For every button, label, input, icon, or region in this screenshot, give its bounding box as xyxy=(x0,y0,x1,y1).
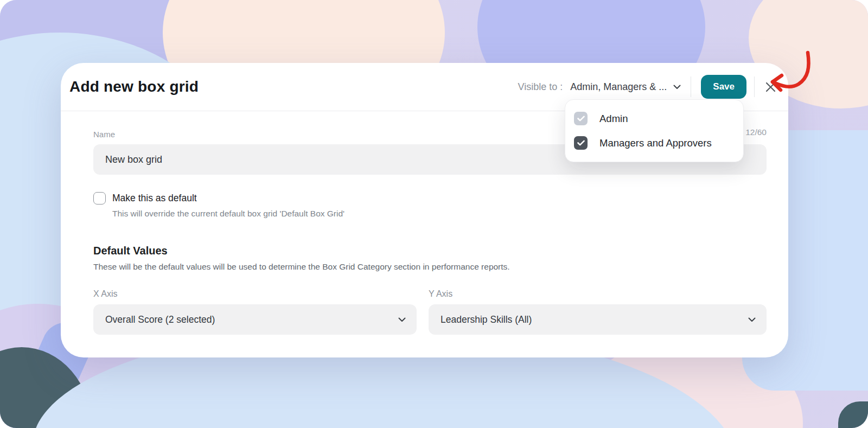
popup-option-admin[interactable]: Admin xyxy=(565,106,743,131)
axes-row: X Axis Overall Score (2 selected) Y Axis… xyxy=(93,289,767,335)
popup-option-label: Admin xyxy=(599,113,628,125)
default-values-description: These will be the default values will be… xyxy=(93,262,767,272)
make-default-helper: This will override the current default b… xyxy=(112,209,767,219)
visible-to-value: Admin, Managers & ... xyxy=(570,81,667,93)
default-values-heading: Default Values xyxy=(93,245,767,257)
save-button[interactable]: Save xyxy=(701,75,746,99)
chevron-down-icon xyxy=(398,317,406,322)
checkbox-checked-icon[interactable] xyxy=(574,136,588,150)
x-axis-label: X Axis xyxy=(93,289,417,299)
divider xyxy=(754,76,755,97)
checkbox-checked-disabled-icon xyxy=(574,112,588,125)
header-actions: Visible to : Admin, Managers & ... Save xyxy=(518,75,780,99)
popup-option-label: Managers and Approvers xyxy=(599,137,712,149)
chevron-down-icon xyxy=(748,317,756,322)
close-button[interactable] xyxy=(762,79,778,95)
background-blob xyxy=(838,401,868,428)
divider xyxy=(691,76,691,97)
popup-option-managers-approvers[interactable]: Managers and Approvers xyxy=(565,131,743,155)
x-axis-value: Overall Score (2 selected) xyxy=(105,314,215,325)
x-axis-field: X Axis Overall Score (2 selected) xyxy=(93,289,417,335)
x-axis-select[interactable]: Overall Score (2 selected) xyxy=(93,304,417,335)
name-char-counter: 12/60 xyxy=(745,127,767,137)
visible-to-popup: Admin Managers and Approvers xyxy=(565,99,744,162)
screenshot-stage: Add new box grid Visible to : Admin, Man… xyxy=(0,0,868,428)
close-icon xyxy=(765,81,776,93)
y-axis-field: Y Axis Leadership Skills (All) xyxy=(429,289,767,335)
y-axis-label: Y Axis xyxy=(429,289,767,299)
chevron-down-icon xyxy=(673,85,681,90)
modal-title: Add new box grid xyxy=(69,78,199,95)
y-axis-select[interactable]: Leadership Skills (All) xyxy=(429,304,767,335)
visible-to-label: Visible to : xyxy=(518,81,563,93)
make-default-label: Make this as default xyxy=(112,193,197,204)
make-default-row[interactable]: Make this as default xyxy=(93,192,767,205)
y-axis-value: Leadership Skills (All) xyxy=(441,314,532,325)
visible-to-dropdown[interactable]: Admin, Managers & ... xyxy=(570,81,681,93)
make-default-checkbox[interactable] xyxy=(93,192,106,205)
